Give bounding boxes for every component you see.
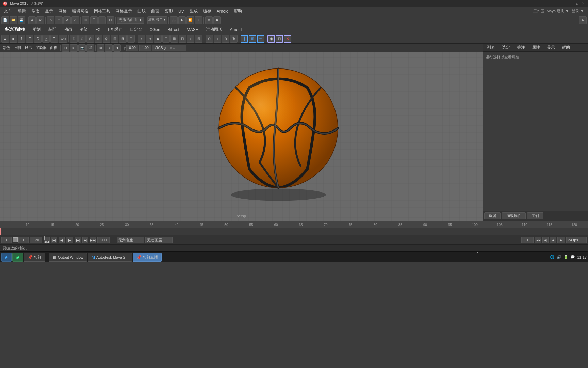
current-frame-input[interactable]: 1 (18, 237, 29, 243)
menu-deform[interactable]: 变形 (162, 7, 176, 15)
shader-editor-btn[interactable]: ◈ (205, 16, 213, 24)
taskbar-ie-button[interactable]: e (1, 253, 12, 262)
reduce-btn[interactable]: ⊟ (127, 35, 135, 43)
taskbar-ding-live-button[interactable]: 📌 钉钉直播 (133, 253, 162, 262)
rp-tab-display[interactable]: 显示 (544, 44, 558, 51)
bevel-btn[interactable]: ◆ (154, 35, 162, 43)
new-scene-button[interactable]: 📄 (1, 16, 9, 24)
menu-cache[interactable]: 缓存 (200, 7, 214, 15)
weld-btn[interactable]: ⊙ (206, 35, 213, 43)
hypershade-btn[interactable]: ◆ (213, 16, 221, 24)
gamma-input[interactable]: 0.00 (126, 45, 138, 51)
multi-cut-btn[interactable]: ╂ (241, 35, 248, 43)
tab-fx-cache[interactable]: FX 缓存 (104, 26, 126, 33)
cone-btn[interactable]: △ (42, 35, 50, 43)
render-pause-btn[interactable]: ⏸ (195, 16, 202, 24)
timeline-track[interactable] (0, 228, 588, 235)
sym-btn[interactable]: ⊟ (276, 35, 283, 43)
scale-button[interactable]: ⤢ (71, 16, 79, 24)
duplicate-face-btn[interactable]: ⊠ (195, 35, 202, 43)
xray-btn[interactable]: ✕ (284, 35, 291, 43)
extra-button[interactable]: 宝钊 (527, 212, 543, 219)
redo-button[interactable]: ↻ (36, 16, 44, 24)
insert-btn[interactable]: ⊞ (170, 35, 178, 43)
tab-sculpt[interactable]: 雕刻 (29, 26, 44, 33)
play-right-button[interactable]: ▶ (557, 237, 565, 243)
taskbar-ding-button[interactable]: 📌 Output Window 钉钉 (24, 253, 45, 262)
taskbar-edge-button[interactable]: ◉ (12, 253, 23, 262)
close-button[interactable]: ✕ (581, 1, 585, 6)
colorspace-dropdown[interactable]: sRGB gamma (152, 45, 186, 51)
combine-btn[interactable]: ⊕ (70, 35, 78, 43)
tab-motion-graphics[interactable]: 运动图形 (202, 26, 226, 33)
settings-btn[interactable]: ⚙ (579, 16, 587, 24)
tab-rigging[interactable]: 装配 (45, 26, 60, 33)
menu-curves[interactable]: 曲线 (135, 7, 148, 15)
separate-btn[interactable]: ⊖ (78, 35, 86, 43)
menu-mesh-tools[interactable]: 网格工具 (91, 7, 113, 15)
connect-btn[interactable]: ⊞ (249, 35, 256, 43)
snap-point-button[interactable]: · (98, 16, 106, 24)
collapse-btn[interactable]: ⊛ (222, 35, 229, 43)
prev-frame-right-button[interactable]: ◀| (542, 237, 549, 243)
undo-button[interactable]: ↺ (28, 16, 36, 24)
tab-custom[interactable]: 自定义 (127, 26, 146, 33)
bridge-btn[interactable]: ⇔ (146, 35, 153, 43)
spin-btn[interactable]: ↻ (230, 35, 238, 43)
frame-right-input[interactable]: 1 (521, 237, 534, 243)
rp-tab-list[interactable]: 列表 (484, 44, 498, 51)
rp-tab-selected[interactable]: 选定 (499, 44, 513, 51)
viewport[interactable]: 颜色 照明 显示 渲染器 面板 ⊡ ⊞ 📷 🎬 ⊞ ℹ ◑ γ 0.00 1.0… (0, 44, 483, 221)
menu-uv[interactable]: UV (176, 7, 187, 15)
next-frame-button[interactable]: ▶| (75, 237, 81, 243)
cube-btn[interactable]: ■ (10, 35, 17, 43)
vp-render-btn[interactable]: 🎬 (86, 44, 94, 52)
taskbar-maya-button[interactable]: M Autodesk Maya 2... (88, 253, 132, 262)
no-deformer-dropdown[interactable]: 无激活曲面 ▼ (117, 17, 144, 24)
tab-arnold[interactable]: Arnold (226, 27, 245, 33)
fps-dropdown[interactable]: 24 fps (566, 237, 587, 243)
go-start-right-button[interactable]: |◀◀ (535, 237, 541, 243)
menu-display[interactable]: 显示 (42, 7, 56, 15)
focus-button[interactable]: 返属 (484, 212, 501, 219)
offset-btn[interactable]: ⊟ (179, 35, 186, 43)
menu-mesh-display[interactable]: 网格显示 (113, 7, 135, 15)
save-button[interactable]: 💾 (18, 16, 25, 24)
extract-btn[interactable]: ⊗ (86, 35, 94, 43)
prev-frame-button[interactable]: ◀ (59, 237, 65, 243)
svg-btn[interactable]: SVG (59, 35, 67, 43)
select-button[interactable]: ↖ (47, 16, 54, 24)
playback-end-input[interactable]: 120 (30, 237, 42, 243)
paint-btn[interactable]: ✏ (257, 35, 264, 43)
soft-select-btn[interactable]: ◉ (267, 35, 275, 43)
anim-layer-dropdown[interactable]: 无动画层 (145, 237, 173, 243)
play-button[interactable]: ▶ (66, 237, 74, 243)
snap-curve-button[interactable]: ⌒ (90, 16, 98, 24)
tab-fx[interactable]: FX (92, 27, 104, 33)
extrude-btn[interactable]: ↑ (138, 35, 145, 43)
render-btn[interactable]: ▶ (178, 16, 186, 24)
camera-btn[interactable]: 🎥 (170, 16, 178, 24)
snap-view-button[interactable]: ⊡ (107, 16, 114, 24)
rp-tab-focus[interactable]: 关注 (514, 44, 528, 51)
remesh-btn[interactable]: ⊞ (111, 35, 118, 43)
lighting-menu[interactable]: 照明 (12, 45, 22, 50)
rp-tab-attributes[interactable]: 属性 (529, 44, 543, 51)
plane-btn[interactable]: ⊟ (26, 35, 33, 43)
smooth-btn[interactable]: ◎ (103, 35, 110, 43)
maximize-button[interactable]: □ (575, 1, 580, 6)
loopcut-btn[interactable]: ⊡ (162, 35, 170, 43)
vp-heads-up-btn[interactable]: ℹ (105, 44, 113, 52)
menu-arnold[interactable]: Arnold (214, 7, 231, 15)
workspace-label[interactable]: 工作区: Maya 经典 ▼ (533, 9, 572, 14)
circularize-btn[interactable]: ○ (214, 35, 221, 43)
next-key-button[interactable]: ▶| (82, 237, 88, 243)
panel-menu[interactable]: 面板 (49, 45, 59, 50)
renderer-menu[interactable]: 渲染器 (34, 45, 48, 50)
color-menu[interactable]: 颜色 (1, 45, 12, 50)
rotate-button[interactable]: ⟳ (63, 16, 71, 24)
move-button[interactable]: ✛ (55, 16, 63, 24)
tab-bifrost[interactable]: Bifrost (164, 27, 183, 33)
taskbar-output-window-button[interactable]: 🖥 Output Window (49, 253, 87, 262)
login-label[interactable]: 登录 ▼ (572, 9, 587, 14)
